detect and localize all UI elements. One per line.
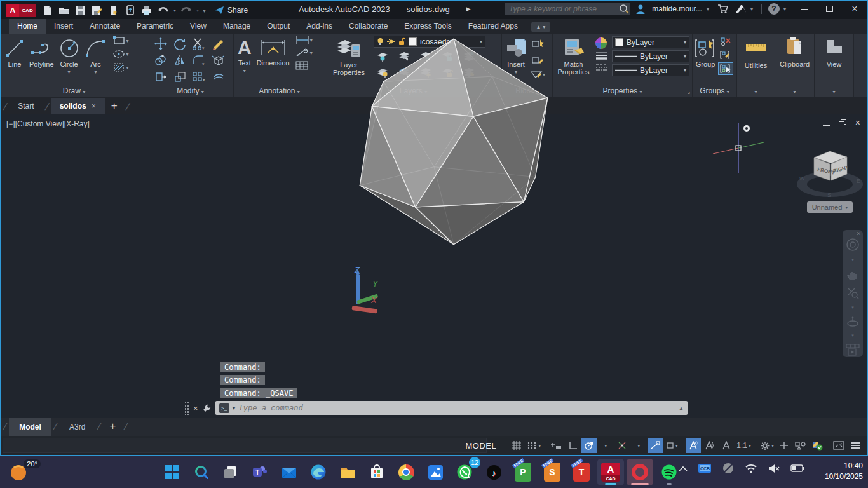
autocad-taskbar-button[interactable]: A CAD: [597, 459, 624, 485]
model-tab[interactable]: Model: [9, 418, 51, 436]
battery-icon[interactable]: [790, 464, 804, 472]
photos-app-button[interactable]: [422, 459, 449, 485]
recent-commands-dropdown[interactable]: ▼: [232, 406, 236, 410]
whatsapp-notification-badge: 12: [469, 457, 480, 468]
compass-e[interactable]: E: [857, 178, 860, 184]
ucs-icon: Z Y X: [349, 264, 394, 321]
time: 10:40: [825, 461, 863, 471]
dynamic-input-button[interactable]: [548, 438, 564, 453]
tiktok-button[interactable]: ♪♪♪: [480, 459, 507, 485]
autocad-icon: A CAD: [601, 463, 620, 482]
microsoft-store-icon: [369, 464, 384, 480]
microsoft-store-button[interactable]: [363, 459, 390, 485]
mail-app-button[interactable]: [276, 459, 302, 485]
status-bar: MODEL ▾ ▾ ▾ ▾ 1:1▾ ▾: [1, 436, 867, 455]
svg-text:T: T: [255, 469, 259, 476]
new-layout-button[interactable]: +: [110, 420, 116, 433]
compass-s[interactable]: S: [827, 192, 831, 198]
tray-expand-chevron-icon[interactable]: [679, 466, 688, 471]
wifi-icon[interactable]: [745, 464, 757, 473]
isolate-objects-button[interactable]: [793, 438, 808, 453]
snap-mode-button[interactable]: ▾: [526, 438, 542, 453]
model-space-button[interactable]: MODEL: [459, 438, 503, 453]
command-line-bar[interactable]: × >_ ▼ ▲: [184, 400, 688, 416]
object-snap-button[interactable]: [648, 438, 663, 453]
layout-tab-a3rd[interactable]: A3rd: [59, 418, 95, 436]
svg-text:X: X: [370, 295, 377, 305]
object-snap-tracking-dropdown[interactable]: ▾: [631, 438, 646, 453]
wps-presentation-icon: PFREE: [515, 463, 531, 482]
windows-logo-icon: [165, 464, 180, 480]
photos-icon: [428, 464, 444, 480]
date: 10/10/2025: [825, 471, 863, 482]
edge-browser-button[interactable]: [305, 459, 332, 485]
navigation-bar[interactable]: ✕ ▾ ▾ ▾: [843, 230, 863, 357]
command-customize-wrench-icon[interactable]: [202, 403, 212, 413]
viewcube[interactable]: W S E FRONT RIGHT: [792, 141, 868, 203]
command-history-line: Command:: [220, 375, 265, 385]
grid-display-button[interactable]: [509, 438, 524, 453]
wps-presentation-button[interactable]: PFREE: [510, 459, 536, 485]
wps-spreadsheet-icon: SFREE: [544, 463, 560, 482]
wps-writer-icon: TFREE: [573, 463, 590, 482]
task-view-button[interactable]: [217, 459, 244, 485]
weather-widget[interactable]: 20°: [9, 461, 41, 484]
annotation-monitor-button[interactable]: [776, 438, 792, 453]
windows-taskbar: 20° T 12 ♪♪♪ PFREE SFREE TFREE A CAD CC: [0, 456, 868, 488]
opera-taskbar-button[interactable]: [627, 459, 653, 485]
temperature-badge: 20°: [24, 459, 41, 468]
teams-app-button[interactable]: T: [247, 459, 273, 485]
whatsapp-button[interactable]: 12: [451, 459, 478, 485]
chrome-browser-button[interactable]: [393, 459, 419, 485]
navigation-wheel-icon[interactable]: [846, 238, 860, 252]
file-explorer-icon: [339, 465, 356, 479]
object-snap-tracking-button[interactable]: [614, 438, 630, 453]
drawing-viewport[interactable]: [−][Custom View][X-Ray] × Z Y X W S E: [1, 114, 867, 418]
task-view-icon: [223, 464, 238, 480]
layout-tab-bar: / Model / A3rd / + /: [1, 418, 867, 436]
opera-icon: [632, 464, 648, 480]
navbar-close-icon[interactable]: ✕: [856, 231, 861, 237]
file-explorer-button[interactable]: [334, 459, 361, 485]
annotation-scale-button[interactable]: [719, 438, 734, 453]
svg-text:♪: ♪: [492, 468, 496, 478]
command-history-toggle[interactable]: ▲: [679, 405, 684, 411]
customize-status-bar-button[interactable]: [848, 438, 863, 453]
command-input-field[interactable]: >_ ▼ ▲: [215, 401, 688, 415]
tray-paused-sync-icon[interactable]: [722, 463, 735, 474]
orbit-icon[interactable]: [846, 316, 859, 327]
command-input[interactable]: [239, 403, 677, 412]
annotation-autoscale-button[interactable]: [702, 438, 717, 453]
chrome-icon: [398, 464, 414, 480]
status-left-area: [3, 438, 487, 453]
wps-writer-button[interactable]: TFREE: [568, 459, 595, 485]
edge-icon: [310, 464, 327, 480]
polar-tracking-button[interactable]: [581, 438, 597, 453]
taskbar-search-button[interactable]: [188, 459, 215, 485]
taskbar-clock[interactable]: 10:40 10/10/2025: [825, 461, 863, 482]
object-snap-settings-button[interactable]: ▾: [664, 438, 679, 453]
clean-screen-button[interactable]: [831, 438, 846, 453]
icosahedron-solid[interactable]: [1, 0, 867, 418]
workspace-switching-button[interactable]: ▾: [759, 438, 775, 453]
recent-commands-icon[interactable]: >_: [219, 403, 229, 413]
volume-muted-icon[interactable]: [768, 464, 780, 473]
ortho-mode-button[interactable]: [565, 438, 580, 453]
teams-icon: T: [252, 464, 268, 480]
command-bar-drag-handle[interactable]: [184, 401, 189, 415]
wps-spreadsheet-button[interactable]: SFREE: [539, 459, 566, 485]
tiktok-icon: ♪♪♪: [486, 464, 502, 480]
graphics-performance-button[interactable]: [810, 438, 825, 453]
tray-ccb-icon[interactable]: CCB: [698, 463, 712, 474]
start-button[interactable]: [159, 459, 186, 485]
show-motion-icon[interactable]: [846, 344, 860, 356]
pan-hand-icon[interactable]: [846, 268, 859, 281]
compass-w[interactable]: W: [799, 175, 805, 182]
annotation-scale-value[interactable]: 1:1▾: [735, 438, 752, 453]
command-bar-close-icon[interactable]: ×: [193, 403, 198, 413]
polar-tracking-dropdown[interactable]: ▾: [598, 438, 613, 453]
annotation-visibility-button[interactable]: [686, 438, 701, 453]
command-history-line: Command: _QSAVE: [220, 388, 297, 398]
viewport-view-name-button[interactable]: Unnamed▾: [807, 201, 853, 213]
zoom-icon[interactable]: [846, 287, 859, 299]
